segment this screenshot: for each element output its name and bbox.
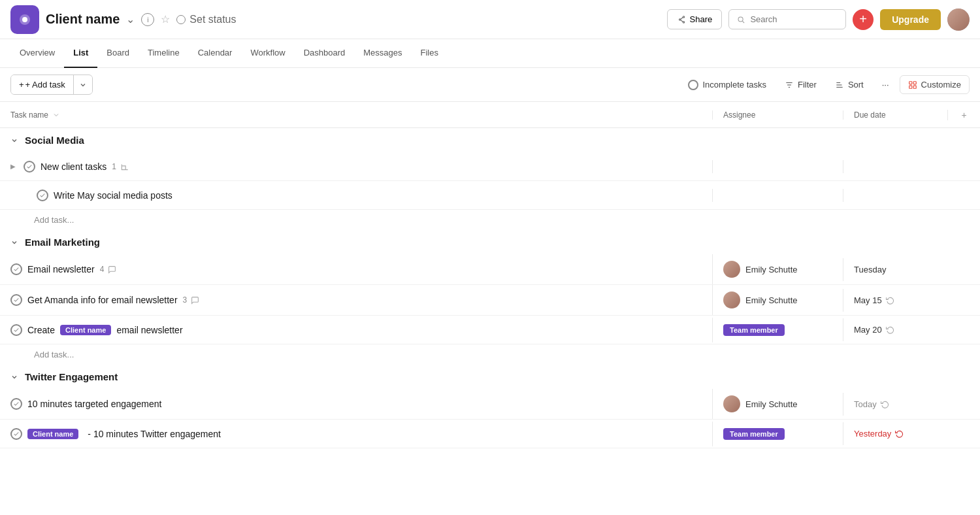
- share-button[interactable]: Share: [667, 9, 723, 29]
- project-name: Client name: [46, 12, 120, 27]
- search-box[interactable]: [728, 9, 846, 29]
- task-checkbox[interactable]: [10, 263, 22, 275]
- avatar: [723, 291, 740, 308]
- task-name-suffix: email newsletter: [116, 325, 182, 335]
- table-row: 10 minutes targeted engagement Emily Sch…: [0, 389, 980, 420]
- set-status-btn[interactable]: Set status: [176, 14, 236, 25]
- task-meta: 1: [112, 162, 129, 171]
- duedate-header: Due date: [854, 110, 886, 120]
- tab-messages[interactable]: Messages: [354, 39, 411, 68]
- svg-point-7: [738, 16, 743, 21]
- check-icon: [39, 192, 46, 199]
- task-cell: ▶ New client tasks 1: [0, 154, 712, 179]
- sort-button[interactable]: Sort: [827, 76, 872, 93]
- add-task-main[interactable]: + + Add task: [11, 75, 74, 94]
- duedate-cell: Yesterday: [843, 422, 947, 445]
- project-icons: ⌄ i ☆ Set status: [126, 13, 236, 26]
- toolbar-right: Incomplete tasks Filter Sort ··· Customi…: [680, 75, 970, 94]
- topbar-right: Share + Upgrade: [667, 8, 970, 31]
- check-icon: [13, 297, 20, 303]
- task-checkbox[interactable]: [10, 324, 22, 336]
- customize-button[interactable]: Customize: [900, 75, 970, 94]
- tab-files[interactable]: Files: [412, 39, 448, 68]
- add-task-row[interactable]: Add task...: [0, 210, 980, 230]
- comment-count: 4: [100, 265, 105, 274]
- section-email-marketing-header[interactable]: Email Marketing: [0, 230, 980, 254]
- customize-label: Customize: [921, 80, 961, 90]
- svg-line-6: [680, 20, 683, 22]
- set-status-label: Set status: [189, 14, 236, 25]
- table-row: Get Amanda info for email newsletter 3 E…: [0, 285, 980, 316]
- expand-arrow-icon[interactable]: ▶: [10, 163, 16, 170]
- more-button[interactable]: ···: [874, 76, 897, 93]
- recur-icon: [895, 429, 904, 438]
- assignee-tag: Team member: [723, 428, 785, 440]
- add-task-dropdown[interactable]: [74, 76, 92, 93]
- duedate-cell: May 15: [843, 289, 947, 312]
- add-task-button[interactable]: + + Add task: [10, 75, 93, 95]
- recur-icon: [886, 325, 894, 334]
- section-social-media: Social Media ▶ New client tasks 1 Write …: [0, 128, 980, 230]
- assignee-name: Emily Schutte: [745, 265, 797, 274]
- tab-workflow[interactable]: Workflow: [241, 39, 294, 68]
- customize-icon: [908, 80, 917, 90]
- add-button[interactable]: +: [853, 9, 874, 30]
- avatar[interactable]: [947, 8, 970, 31]
- circle-icon: [176, 15, 186, 24]
- duedate-cell: Today: [843, 393, 947, 416]
- add-task-row[interactable]: Add task...: [0, 344, 980, 365]
- incomplete-tasks-button[interactable]: Incomplete tasks: [680, 76, 774, 94]
- search-input[interactable]: [750, 14, 838, 24]
- task-name-header: Task name: [10, 110, 48, 120]
- avatar: [723, 261, 740, 278]
- svg-point-4: [683, 21, 684, 22]
- section-twitter-engagement-header[interactable]: Twitter Engagement: [0, 365, 980, 389]
- col-add[interactable]: +: [947, 110, 980, 120]
- table-row: ▶ New client tasks 1: [0, 152, 980, 181]
- duedate-cell: Tuesday: [843, 258, 947, 281]
- star-icon[interactable]: ☆: [161, 13, 170, 25]
- task-checkbox[interactable]: [37, 190, 48, 201]
- filter-button[interactable]: Filter: [777, 76, 825, 93]
- add-task-label: + Add task: [25, 80, 65, 90]
- task-name: 10 minutes targeted engagement: [27, 399, 161, 409]
- task-checkbox[interactable]: [24, 161, 35, 173]
- assignee-header: Assignee: [723, 110, 755, 120]
- table-row: Write May social media posts: [0, 181, 980, 210]
- upgrade-button[interactable]: Upgrade: [880, 9, 941, 30]
- check-icon: [13, 327, 20, 333]
- section-twitter-engagement-title: Twitter Engagement: [25, 371, 118, 382]
- logo-icon: [17, 12, 33, 27]
- tab-calendar[interactable]: Calendar: [189, 39, 242, 68]
- svg-rect-18: [913, 86, 916, 88]
- task-checkbox[interactable]: [10, 398, 22, 410]
- svg-rect-17: [909, 86, 911, 88]
- section-social-media-header[interactable]: Social Media: [0, 128, 980, 152]
- info-icon[interactable]: i: [141, 13, 154, 26]
- toolbar: + + Add task Incomplete tasks Filter Sor…: [0, 68, 980, 102]
- due-date: May 20: [854, 325, 882, 335]
- tab-list[interactable]: List: [64, 39, 97, 68]
- comment-icon: [191, 296, 199, 305]
- task-cell: 10 minutes targeted engagement: [0, 391, 712, 416]
- chevron-down-icon[interactable]: ⌄: [126, 13, 135, 25]
- collapse-icon: [10, 137, 18, 144]
- tab-board[interactable]: Board: [97, 39, 139, 68]
- comment-icon: [108, 265, 116, 274]
- duedate-cell: [843, 160, 947, 173]
- logo: [10, 5, 39, 34]
- task-checkbox[interactable]: [10, 428, 22, 440]
- avatar: [723, 395, 740, 412]
- task-name: New client tasks: [41, 161, 106, 172]
- task-cell: Get Amanda info for email newsletter 3: [0, 288, 712, 312]
- tab-timeline[interactable]: Timeline: [139, 39, 189, 68]
- task-checkbox[interactable]: [10, 294, 22, 306]
- task-name: Email newsletter: [27, 264, 95, 274]
- svg-line-5: [680, 17, 683, 19]
- tab-overview[interactable]: Overview: [10, 39, 64, 68]
- expand-icon[interactable]: [52, 111, 60, 119]
- tab-dashboard[interactable]: Dashboard: [295, 39, 355, 68]
- assignee-tag: Team member: [723, 324, 785, 336]
- recur-icon: [881, 400, 889, 408]
- share-label: Share: [690, 14, 713, 24]
